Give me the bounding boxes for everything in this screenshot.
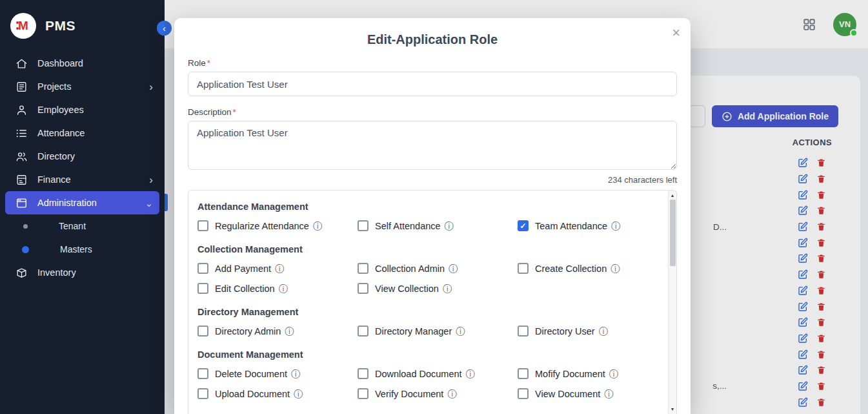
permission-label: Create Collection (535, 264, 607, 274)
permissions-panel: Attendance ManagementRegularize Attendan… (188, 190, 677, 414)
info-icon[interactable]: ⓘ (279, 284, 288, 293)
sidebar-item-projects[interactable]: Projects› (5, 75, 159, 98)
checkbox-icon[interactable] (197, 368, 208, 379)
info-icon[interactable]: ⓘ (445, 222, 454, 231)
checkbox-icon[interactable] (358, 388, 368, 399)
permission-delete-document[interactable]: Delete Documentⓘ (197, 368, 358, 379)
permission-label: View Document (535, 389, 600, 399)
permission-mofify-document[interactable]: Mofify Documentⓘ (518, 368, 665, 379)
checkbox-icon[interactable] (358, 220, 368, 231)
info-icon[interactable]: ⓘ (447, 389, 456, 398)
sidebar-subitem-masters[interactable]: Masters (5, 238, 159, 261)
info-icon[interactable]: ⓘ (609, 369, 618, 378)
permission-view-collection[interactable]: View Collectionⓘ (358, 283, 518, 294)
permission-download-document[interactable]: Download Documentⓘ (358, 368, 518, 379)
permission-directory-manager[interactable]: Directory Managerⓘ (358, 326, 518, 336)
checkbox-icon[interactable] (197, 326, 208, 336)
permission-add-payment[interactable]: Add Paymentⓘ (197, 263, 358, 274)
info-icon[interactable]: ⓘ (456, 327, 465, 336)
bullet-icon (22, 246, 29, 253)
chevron-right-icon: › (149, 174, 153, 185)
scroll-down-arrow-icon[interactable]: ▼ (669, 407, 676, 411)
checkbox-icon[interactable] (197, 283, 208, 294)
finance-icon (15, 174, 28, 186)
permission-self-attendance[interactable]: Self Attendanceⓘ (358, 220, 518, 231)
permission-grid: Delete DocumentⓘDownload DocumentⓘMofify… (197, 368, 665, 399)
info-icon[interactable]: ⓘ (313, 222, 322, 231)
permission-create-collection[interactable]: Create Collectionⓘ (518, 263, 665, 274)
info-icon[interactable]: ⓘ (611, 264, 620, 273)
checkbox-icon[interactable] (358, 263, 368, 274)
info-icon[interactable]: ⓘ (294, 389, 303, 398)
info-icon[interactable]: ⓘ (599, 327, 608, 336)
permission-label: Upload Document (215, 389, 290, 399)
permission-regularize-attendance[interactable]: Regularize Attendanceⓘ (197, 220, 358, 231)
sidebar-subitem-tenant[interactable]: Tenant (5, 214, 159, 238)
sidebar: M PMS DashboardProjects›EmployeesAttenda… (0, 0, 165, 414)
info-icon[interactable]: ⓘ (291, 369, 300, 378)
checkbox-icon[interactable] (358, 283, 368, 294)
sidebar-nav: DashboardProjects›EmployeesAttendanceDir… (0, 49, 165, 287)
info-icon[interactable]: ⓘ (611, 222, 620, 231)
inventory-icon (15, 267, 28, 279)
sidebar-item-administration[interactable]: Administration⌄ (5, 191, 159, 214)
projects-icon (15, 81, 28, 93)
scroll-up-arrow-icon[interactable]: ▲ (669, 193, 676, 198)
permission-team-attendance[interactable]: ✓Team Attendanceⓘ (518, 220, 665, 231)
required-asterisk: * (233, 107, 236, 117)
permission-upload-document[interactable]: Upload Documentⓘ (197, 388, 358, 399)
checkbox-icon[interactable] (358, 368, 368, 379)
permission-section-document-management: Document ManagementDelete DocumentⓘDownl… (197, 349, 665, 399)
sidebar-item-label: Administration (37, 198, 135, 208)
checkbox-icon[interactable] (518, 326, 529, 336)
sidebar-subitem-label: Masters (60, 244, 92, 254)
chevron-right-icon: › (149, 81, 153, 92)
permission-view-document[interactable]: View Documentⓘ (518, 388, 665, 399)
permission-grid: Directory AdminⓘDirectory ManagerⓘDirect… (197, 326, 665, 336)
directory-icon (15, 150, 28, 163)
role-input[interactable] (188, 72, 677, 96)
permission-edit-collection[interactable]: Edit Collectionⓘ (197, 283, 358, 294)
permissions-list: Attendance ManagementRegularize Attendan… (188, 191, 668, 414)
info-icon[interactable]: ⓘ (449, 264, 458, 273)
checkbox-icon[interactable] (518, 263, 529, 274)
sidebar-header: M PMS (0, 0, 165, 49)
sidebar-item-attendance[interactable]: Attendance (5, 121, 159, 145)
checkbox-icon[interactable] (197, 263, 208, 274)
permission-section-collection-management: Collection ManagementAdd PaymentⓘCollect… (197, 244, 665, 294)
info-icon[interactable]: ⓘ (285, 327, 294, 336)
info-icon[interactable]: ⓘ (275, 264, 284, 273)
checkbox-icon[interactable] (518, 388, 529, 399)
permission-directory-user[interactable]: Directory Userⓘ (518, 326, 665, 336)
description-input[interactable]: Application Test User (188, 121, 677, 170)
characters-left-counter: 234 characters left (188, 175, 677, 185)
permission-label: Delete Document (215, 369, 287, 379)
sidebar-item-finance[interactable]: Finance› (5, 168, 159, 191)
sidebar-item-label: Projects (37, 81, 139, 92)
checkbox-icon[interactable] (358, 326, 368, 336)
checkbox-icon[interactable] (197, 388, 208, 399)
permission-section-title: Directory Management (197, 307, 665, 317)
permission-label: Self Attendance (375, 221, 441, 231)
permission-label: Directory Admin (215, 326, 281, 336)
info-icon[interactable]: ⓘ (466, 369, 475, 378)
scrollbar-thumb[interactable] (670, 200, 676, 266)
info-icon[interactable]: ⓘ (604, 389, 613, 398)
permission-label: View Collection (375, 284, 439, 294)
close-icon[interactable]: × (672, 26, 680, 40)
checkbox-icon[interactable]: ✓ (518, 220, 529, 231)
permission-section-directory-management: Directory ManagementDirectory AdminⓘDire… (197, 307, 665, 336)
permission-directory-admin[interactable]: Directory Adminⓘ (197, 326, 358, 336)
sidebar-item-directory[interactable]: Directory (5, 145, 159, 168)
info-icon[interactable]: ⓘ (443, 284, 452, 293)
permissions-scrollbar[interactable]: ▲ ▼ (668, 191, 676, 414)
sidebar-item-employees[interactable]: Employees (5, 98, 159, 121)
permission-collection-admin[interactable]: Collection Adminⓘ (358, 263, 518, 274)
edit-application-role-modal: × Edit-Application Role Role* Descriptio… (174, 18, 691, 414)
sidebar-item-dashboard[interactable]: Dashboard (5, 52, 159, 75)
sidebar-item-inventory[interactable]: Inventory (5, 261, 159, 284)
checkbox-icon[interactable] (518, 368, 529, 379)
checkbox-icon[interactable] (197, 220, 208, 231)
permission-verify-document[interactable]: Verify Documentⓘ (358, 388, 518, 399)
permission-label: Verify Document (375, 389, 443, 399)
